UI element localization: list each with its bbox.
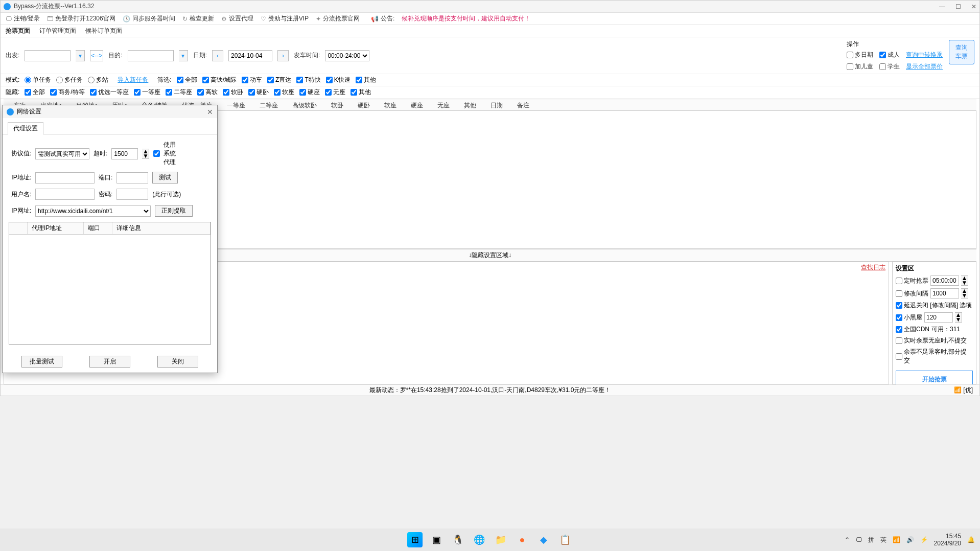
menu-login[interactable]: 🖵注销/登录 bbox=[6, 14, 40, 23]
cb-no-seat[interactable]: 实时余票无座时,不提交 bbox=[896, 336, 967, 345]
tab-waitlist[interactable]: 候补订单页面 bbox=[85, 27, 122, 35]
cb-hide-wuzuo[interactable]: 无座 bbox=[325, 88, 345, 97]
proto-select[interactable]: 需测试真实可用 bbox=[35, 148, 89, 159]
user-input[interactable] bbox=[35, 189, 95, 200]
cb-delay-close[interactable]: 延迟关闭 [修改间隔] 选项 bbox=[896, 301, 972, 310]
regex-extract-button[interactable]: 正则提取 bbox=[155, 205, 193, 217]
dialog-close-button[interactable]: ✕ bbox=[207, 108, 213, 116]
cb-multi-date[interactable]: 多日期 bbox=[847, 51, 873, 59]
cb-filter-kuaisu[interactable]: K快速 bbox=[326, 76, 351, 84]
cb-hide-shangwu[interactable]: 商务/特等 bbox=[50, 88, 84, 97]
swap-button[interactable]: <--> bbox=[90, 50, 103, 61]
cb-add-child[interactable]: 加儿童 bbox=[847, 62, 873, 71]
cb-timed-grab[interactable]: 定时抢票 bbox=[896, 277, 928, 285]
qq-icon[interactable]: 🐧 bbox=[450, 532, 465, 547]
cb-adult[interactable]: 成人 bbox=[879, 51, 900, 59]
radio-multi-station[interactable]: 多站 bbox=[88, 76, 108, 84]
spin-icon[interactable]: ▲▼ bbox=[142, 149, 149, 159]
tab-orders[interactable]: 订单管理页面 bbox=[39, 27, 76, 35]
cb-filter-tekuai[interactable]: T特快 bbox=[296, 76, 320, 84]
link-show-all-price[interactable]: 显示全部票价 bbox=[906, 62, 943, 71]
cb-filter-all[interactable]: 全部 bbox=[177, 76, 197, 84]
cb-filter-gaotie[interactable]: 高铁/城际 bbox=[202, 76, 237, 84]
cb-hide-ruanwo[interactable]: 软卧 bbox=[223, 88, 243, 97]
depart-time-select[interactable]: 00:00-24:00 bbox=[325, 50, 369, 61]
cb-hide-other[interactable]: 其他 bbox=[351, 88, 371, 97]
tray-battery-icon[interactable]: ⚡ bbox=[920, 536, 928, 543]
tray-notification-icon[interactable]: 🔔 bbox=[967, 536, 975, 543]
maximize-button[interactable]: ☐ bbox=[955, 3, 961, 10]
enable-button[interactable]: 开启 bbox=[89, 356, 130, 368]
start-icon[interactable]: ⊞ bbox=[407, 532, 423, 547]
cb-filter-other[interactable]: 其他 bbox=[356, 76, 376, 84]
cb-hide-youxuan[interactable]: 优选一等座 bbox=[90, 88, 129, 97]
radio-single[interactable]: 单任务 bbox=[25, 76, 51, 84]
tray-monitor-icon[interactable]: 🖵 bbox=[856, 536, 862, 543]
cb-hide-gaoruan[interactable]: 高软 bbox=[197, 88, 218, 97]
cb-hide-yideng[interactable]: 一等座 bbox=[134, 88, 160, 97]
explorer-icon[interactable]: 📁 bbox=[493, 532, 508, 547]
edge-icon[interactable]: 🌐 bbox=[472, 532, 487, 547]
table-header[interactable]: 软座 bbox=[377, 101, 404, 110]
cb-use-sys-proxy[interactable]: 使用系统代理 bbox=[153, 141, 176, 167]
tray-chevron-icon[interactable]: ⌃ bbox=[845, 536, 850, 543]
mod-interval-value[interactable] bbox=[930, 288, 959, 299]
menu-set-proxy[interactable]: ⚙设置代理 bbox=[221, 14, 253, 23]
timeout-input[interactable] bbox=[111, 148, 138, 159]
netaddr-select[interactable]: http://www.xicidaili.com/nt/1 bbox=[35, 205, 151, 217]
spin-icon[interactable]: ▲▼ bbox=[961, 276, 968, 286]
cb-partial-submit[interactable]: 余票不足乘客时,部分提交 bbox=[896, 348, 973, 365]
table-header[interactable]: 备注 bbox=[510, 101, 536, 110]
bypass-app-icon[interactable]: ◆ bbox=[536, 532, 551, 547]
menu-open-12306[interactable]: 🗔免登录打开12306官网 bbox=[47, 14, 115, 23]
port-input[interactable] bbox=[116, 172, 148, 183]
table-header[interactable]: 其他 bbox=[457, 101, 483, 110]
close-button[interactable]: ✕ bbox=[971, 3, 976, 10]
table-header[interactable]: 高级软卧 bbox=[285, 101, 324, 110]
timed-grab-value[interactable] bbox=[930, 276, 959, 286]
cb-filter-zhida[interactable]: Z直达 bbox=[267, 76, 291, 84]
date-input[interactable] bbox=[228, 50, 272, 61]
menu-sync-time[interactable]: 🕓同步服务器时间 bbox=[123, 14, 175, 23]
blacklist-value[interactable] bbox=[924, 312, 953, 323]
tray-lang[interactable]: 英 bbox=[880, 536, 886, 544]
pwd-input[interactable] bbox=[116, 189, 148, 200]
table-header[interactable]: 硬座 bbox=[404, 101, 430, 110]
tray-datetime[interactable]: 15:45 2024/9/20 bbox=[934, 533, 961, 547]
batch-test-button[interactable]: 批量测试 bbox=[21, 356, 62, 368]
tray-wifi-icon[interactable]: 📶 bbox=[893, 536, 900, 543]
ip-input[interactable] bbox=[35, 172, 95, 183]
cb-hide-all[interactable]: 全部 bbox=[25, 88, 45, 97]
test-button[interactable]: 测试 bbox=[152, 172, 178, 183]
link-transfer-query[interactable]: 查询中转换乘 bbox=[906, 51, 943, 59]
spin-icon[interactable]: ▲▼ bbox=[955, 312, 962, 323]
import-task-button[interactable]: 导入新任务 bbox=[118, 76, 148, 84]
depart-input[interactable] bbox=[25, 50, 71, 61]
cb-cdn[interactable]: 全国CDN bbox=[896, 325, 929, 334]
dest-input[interactable] bbox=[128, 50, 174, 61]
minimize-button[interactable]: — bbox=[939, 3, 945, 10]
log-find-link[interactable]: 查找日志 bbox=[861, 263, 885, 272]
table-header[interactable]: 硬卧 bbox=[351, 101, 377, 110]
menu-check-update[interactable]: ↻检查更新 bbox=[182, 14, 214, 23]
dialog-tab-proxy[interactable]: 代理设置 bbox=[8, 122, 43, 134]
cb-student[interactable]: 学生 bbox=[879, 62, 900, 71]
cb-hide-ruanzuo[interactable]: 软座 bbox=[274, 88, 294, 97]
depart-drop-icon[interactable]: ▾ bbox=[76, 50, 85, 61]
table-header[interactable]: 日期 bbox=[483, 101, 510, 110]
cb-blacklist[interactable]: 小黑屋 bbox=[896, 313, 922, 322]
table-header[interactable]: 二等座 bbox=[252, 101, 285, 110]
cb-hide-erdeng[interactable]: 二等座 bbox=[166, 88, 192, 97]
query-ticket-button[interactable]: 查询 车票 bbox=[949, 40, 974, 64]
tray-ime[interactable]: 拼 bbox=[868, 536, 874, 544]
app-icon-1[interactable]: ● bbox=[515, 532, 530, 547]
cb-hide-yingwo[interactable]: 硬卧 bbox=[248, 88, 269, 97]
cb-mod-interval[interactable]: 修改间隔 bbox=[896, 289, 928, 298]
cb-hide-yingzuo[interactable]: 硬座 bbox=[299, 88, 320, 97]
dialog-close-action[interactable]: 关闭 bbox=[157, 356, 198, 368]
app-icon-2[interactable]: 📋 bbox=[557, 532, 573, 547]
table-header[interactable]: 无座 bbox=[430, 101, 457, 110]
dest-drop-icon[interactable]: ▾ bbox=[179, 50, 188, 61]
date-next-button[interactable]: › bbox=[277, 50, 289, 61]
radio-multi[interactable]: 多任务 bbox=[56, 76, 83, 84]
